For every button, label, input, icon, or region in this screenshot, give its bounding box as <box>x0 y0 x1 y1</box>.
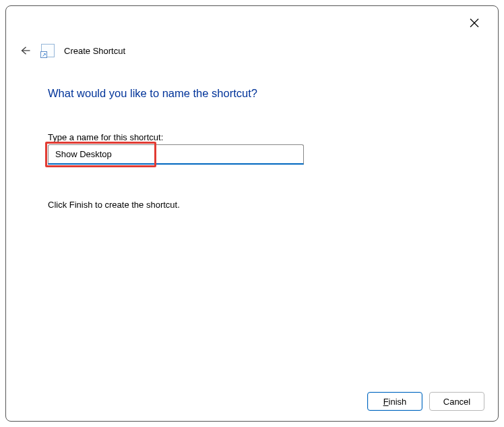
name-input-wrapper <box>48 144 304 165</box>
back-arrow-icon[interactable] <box>18 44 32 57</box>
finish-label-rest: inish <box>389 397 407 407</box>
create-shortcut-wizard: ↗ Create Shortcut What would you like to… <box>5 5 499 422</box>
instruction-text: Click Finish to create the shortcut. <box>48 200 464 210</box>
wizard-title: Create Shortcut <box>64 46 125 56</box>
name-label: Type a name for this shortcut: <box>48 132 464 142</box>
wizard-footer: Finish Cancel <box>6 382 498 421</box>
finish-button[interactable]: Finish <box>367 392 422 411</box>
titlebar <box>6 6 498 37</box>
shortcut-file-icon: ↗ <box>41 44 55 57</box>
cancel-button[interactable]: Cancel <box>429 392 484 411</box>
page-heading: What would you like to name the shortcut… <box>48 87 464 100</box>
shortcut-name-input[interactable] <box>48 144 304 165</box>
wizard-header: ↗ Create Shortcut <box>6 37 498 60</box>
close-icon[interactable] <box>464 16 484 32</box>
finish-accelerator: F <box>383 397 389 407</box>
wizard-content: What would you like to name the shortcut… <box>6 60 498 382</box>
